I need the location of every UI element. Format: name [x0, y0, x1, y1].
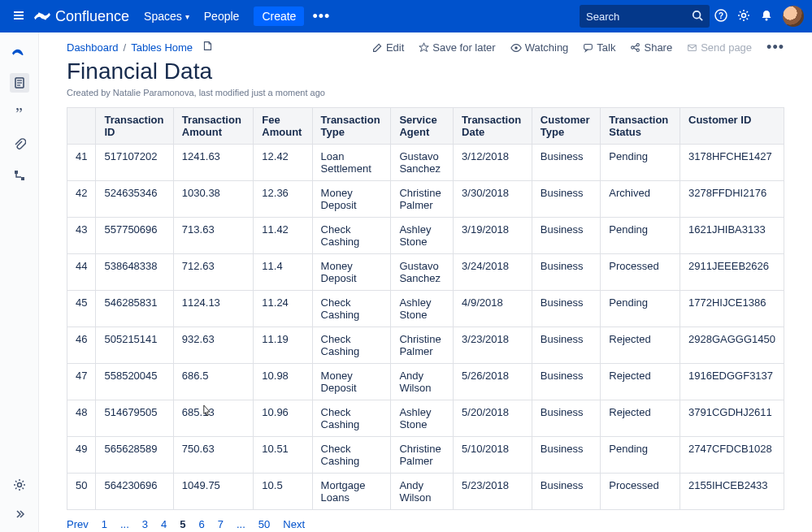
send-page-button[interactable]: Send page: [687, 41, 752, 54]
cell-n: 48: [67, 400, 96, 437]
cell-ctype: Business: [532, 364, 601, 400]
col-service-agent[interactable]: Service Agent: [391, 108, 454, 145]
cell-type: Money Deposit: [312, 254, 391, 291]
cell-cid: 2928GAGGG1450: [680, 327, 784, 364]
top-nav-bar: Confluence Spaces▾ People Create ••• ?: [0, 0, 812, 32]
user-avatar[interactable]: [783, 6, 804, 27]
notifications-icon[interactable]: [755, 9, 778, 24]
col-rownum[interactable]: [67, 108, 96, 145]
share-button[interactable]: Share: [630, 41, 672, 54]
col-transaction-id[interactable]: Transaction ID: [96, 108, 173, 145]
col-fee-amount[interactable]: Fee Amount: [254, 108, 312, 145]
svg-point-19: [637, 44, 640, 46]
cell-status: Archived: [601, 181, 680, 218]
cell-agent: Andy Wilson: [391, 364, 454, 400]
save-for-later-button[interactable]: Save for later: [419, 41, 495, 54]
talk-button[interactable]: Talk: [583, 41, 615, 54]
cell-fee: 11.19: [254, 327, 312, 364]
blog-icon[interactable]: ”: [10, 104, 29, 123]
attachments-icon[interactable]: [10, 135, 29, 154]
page-6[interactable]: 6: [199, 518, 205, 530]
cell-date: 5/20/2018: [454, 400, 532, 437]
cell-cid: 2911JEEEB2626: [680, 254, 784, 291]
cell-id: 505215141: [96, 327, 173, 364]
search-box[interactable]: [580, 5, 710, 28]
more-menu-icon[interactable]: •••: [312, 8, 330, 25]
cell-agent: Andy Wilson: [391, 474, 454, 510]
col-customer-type[interactable]: Customer Type: [532, 108, 601, 145]
watching-button[interactable]: Watching: [510, 41, 569, 54]
cell-ctype: Business: [532, 291, 601, 327]
cell-status: Processed: [601, 474, 680, 510]
cell-id: 524635346: [96, 181, 173, 218]
cell-fee: 11.42: [254, 218, 312, 254]
search-input[interactable]: [586, 11, 684, 23]
page-4[interactable]: 4: [161, 518, 167, 530]
page-50[interactable]: 50: [258, 518, 270, 530]
financial-data-table: Transaction ID Transaction Amount Fee Am…: [67, 107, 784, 510]
svg-point-16: [515, 46, 518, 50]
people-link[interactable]: People: [204, 10, 240, 23]
breadcrumb-dashboard[interactable]: Dashboard: [67, 41, 119, 54]
confluence-logo[interactable]: Confluence: [34, 8, 129, 25]
cell-agent: Gustavo Sanchez: [391, 254, 454, 291]
col-transaction-amount[interactable]: Transaction Amount: [173, 108, 253, 145]
page-tree-icon[interactable]: [10, 166, 29, 185]
cell-status: Pending: [601, 437, 680, 474]
spaces-menu[interactable]: Spaces▾: [144, 10, 189, 23]
page-3[interactable]: 3: [142, 518, 148, 530]
cell-type: Check Cashing: [312, 327, 391, 364]
svg-point-8: [766, 18, 768, 20]
cell-date: 3/12/2018: [454, 145, 532, 181]
pages-icon[interactable]: [10, 73, 29, 93]
cell-cid: 3178HFCHE1427: [680, 145, 784, 181]
page-prev[interactable]: Prev: [67, 518, 89, 530]
expand-sidebar-icon[interactable]: [10, 504, 29, 524]
col-customer-id[interactable]: Customer ID: [680, 108, 784, 145]
app-switcher-icon[interactable]: [8, 9, 29, 24]
cell-amt: 932.63: [173, 327, 253, 364]
create-button[interactable]: Create: [254, 6, 304, 26]
cell-amt: 712.63: [173, 254, 253, 291]
table-row: 46505215141932.6311.19Check CashingChris…: [67, 327, 784, 364]
help-icon[interactable]: ?: [710, 9, 732, 24]
table-row: 43557750696713.6311.42Check CashingAshle…: [67, 218, 784, 254]
cell-ctype: Business: [532, 400, 601, 437]
col-transaction-date[interactable]: Transaction Date: [454, 108, 532, 145]
svg-rect-17: [584, 44, 593, 50]
table-row: 425246353461030.3812.36Money DepositChri…: [67, 181, 784, 218]
cell-agent: Christine Palmer: [391, 181, 454, 218]
col-transaction-status[interactable]: Transaction Status: [601, 108, 680, 145]
page-more-icon[interactable]: •••: [766, 39, 784, 56]
table-row: 48514679505685.1310.96Check CashingAshle…: [67, 400, 784, 437]
cell-date: 5/10/2018: [454, 437, 532, 474]
svg-rect-14: [21, 177, 24, 180]
cell-type: Check Cashing: [312, 400, 391, 437]
cell-date: 4/9/2018: [454, 291, 532, 327]
page-next[interactable]: Next: [283, 518, 305, 530]
cell-status: Processed: [601, 254, 680, 291]
page-7[interactable]: 7: [218, 518, 224, 530]
cell-date: 5/26/2018: [454, 364, 532, 400]
table-row: 47558520045686.510.98Money DepositAndy W…: [67, 364, 784, 400]
space-logo-icon[interactable]: [10, 42, 29, 62]
col-transaction-type[interactable]: Transaction Type: [312, 108, 391, 145]
page-1[interactable]: 1: [102, 518, 107, 530]
cell-status: Rejected: [601, 364, 680, 400]
breadcrumb-tables-home[interactable]: Tables Home: [131, 41, 193, 54]
cell-date: 3/24/2018: [454, 254, 532, 291]
cell-id: 546285831: [96, 291, 173, 327]
cell-agent: Ashley Stone: [391, 400, 454, 437]
cell-ctype: Business: [532, 218, 601, 254]
page-restrictions-icon[interactable]: [202, 41, 213, 54]
cell-fee: 10.98: [254, 364, 312, 400]
svg-line-21: [634, 45, 636, 47]
cell-status: Rejected: [601, 400, 680, 437]
space-settings-icon[interactable]: [10, 475, 29, 495]
left-sidebar: ”: [0, 32, 39, 532]
page-5-current[interactable]: 5: [180, 518, 185, 530]
search-icon[interactable]: [692, 10, 703, 24]
settings-icon[interactable]: [732, 9, 755, 24]
page-dots2: ...: [237, 518, 245, 530]
edit-button[interactable]: Edit: [372, 41, 404, 54]
